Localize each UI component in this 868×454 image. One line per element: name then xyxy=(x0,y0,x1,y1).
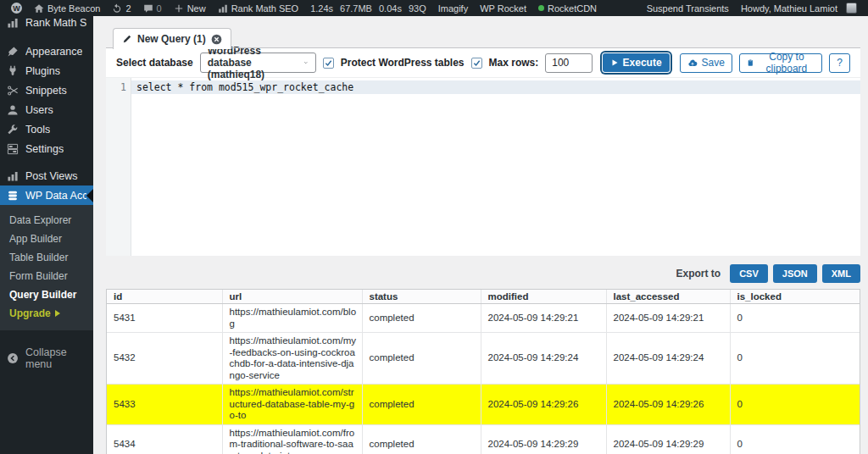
rocketcdn-label: RocketCDN xyxy=(548,3,597,14)
cell-modified[interactable]: 2024-05-09 14:29:21 xyxy=(481,304,606,333)
suspend-transients-link[interactable]: Suspend Transients xyxy=(641,0,735,16)
updates-link[interactable]: 2 xyxy=(106,0,136,16)
help-button[interactable]: ? xyxy=(829,53,850,73)
sidebar-item-rank-math-seo[interactable]: Rank Math SEO xyxy=(0,14,93,30)
tab-new-query[interactable]: New Query (1) xyxy=(113,28,231,49)
line-number: 1 xyxy=(106,80,126,94)
cell-status[interactable]: completed xyxy=(362,304,481,333)
my-account-link[interactable]: Howdy, Mathieu Lamiot xyxy=(735,0,863,16)
cell-status[interactable]: completed xyxy=(362,385,481,425)
sidebar-item-tools[interactable]: Tools xyxy=(0,119,93,139)
stat-query-time: 0.04s xyxy=(379,3,402,14)
new-content-link[interactable]: New xyxy=(168,0,212,16)
submenu-item-form-builder[interactable]: Form Builder xyxy=(0,267,93,285)
cell-is-locked[interactable]: 0 xyxy=(730,304,860,333)
sql-editor[interactable]: 1 select * from mod515_wpr_rocket_cache xyxy=(106,77,860,256)
plus-icon xyxy=(174,3,184,14)
new-label: New xyxy=(187,3,206,14)
cell-last-accessed[interactable]: 2024-05-09 14:29:21 xyxy=(606,304,730,333)
results-body: 5431https://mathieulamiot.com/blogcomple… xyxy=(107,304,860,454)
cell-is-locked[interactable]: 0 xyxy=(730,333,860,385)
toolbar-right-group: Max rows: 100 Execute Save Copy to c xyxy=(471,53,850,73)
collapse-menu-button[interactable]: Collapse menu xyxy=(0,340,93,376)
export-buttons: CSVJSONXML xyxy=(730,264,860,283)
rocketcdn-status-dot-icon xyxy=(538,5,544,11)
stat-time: 1.24s xyxy=(310,3,333,14)
sidebar-item-settings[interactable]: Settings xyxy=(0,139,93,158)
sidebar-item-wp-data-access[interactable]: WP Data Access xyxy=(0,185,93,205)
help-label: ? xyxy=(837,57,843,69)
cloud-upload-icon xyxy=(687,58,698,68)
editor-code-area[interactable]: select * from mod515_wpr_rocket_cache xyxy=(131,78,860,256)
copy-to-clipboard-button[interactable]: Copy to clipboard xyxy=(739,53,822,73)
wordpress-menu[interactable]: W xyxy=(5,0,28,16)
cell-modified[interactable]: 2024-05-09 14:29:26 xyxy=(481,385,606,425)
submenu-item-data-explorer[interactable]: Data Explorer xyxy=(0,211,93,230)
sidebar-item-post-views[interactable]: Post Views xyxy=(0,166,93,185)
imagify-link[interactable]: Imagify xyxy=(432,0,474,16)
cell-is-locked[interactable]: 0 xyxy=(730,385,860,425)
cell-url[interactable]: https://mathieulamiot.com/structured-dat… xyxy=(222,385,362,425)
table-row[interactable]: 5432https://mathieulamiot.com/my-feedbac… xyxy=(107,333,860,385)
cell-url[interactable]: https://mathieulamiot.com/my-feedbacks-o… xyxy=(222,333,362,385)
max-rows-checkbox[interactable] xyxy=(471,58,482,69)
query-monitor-stats[interactable]: 1.24s 67.7MB 0.04s 93Q xyxy=(304,3,432,14)
admin-sidebar: Rank Math SEO AppearancePluginsSnippetsU… xyxy=(0,16,93,454)
submenu-item-query-builder[interactable]: Query Builder xyxy=(0,285,93,304)
table-row[interactable]: 5433https://mathieulamiot.com/structured… xyxy=(107,385,860,425)
max-rows-input[interactable]: 100 xyxy=(545,53,592,73)
sidebar-item-plugins[interactable]: Plugins xyxy=(0,61,93,80)
collapse-menu-label: Collapse menu xyxy=(25,346,86,370)
cell-status[interactable]: completed xyxy=(362,424,481,454)
rank-math-link[interactable]: Rank Math SEO xyxy=(212,0,304,16)
export-csv-button[interactable]: CSV xyxy=(730,264,768,283)
submenu-item-upgrade[interactable]: Upgrade xyxy=(0,304,93,323)
export-json-button[interactable]: JSON xyxy=(773,264,817,283)
table-row[interactable]: 5431https://mathieulamiot.com/blogcomple… xyxy=(107,304,860,333)
wp-rocket-label: WP Rocket xyxy=(480,3,526,14)
submenu-item-label: Table Builder xyxy=(9,252,68,263)
export-row: Export to CSVJSONXML xyxy=(106,263,860,284)
sidebar-item-snippets[interactable]: Snippets xyxy=(0,80,93,100)
updates-count: 2 xyxy=(125,3,131,14)
submenu-item-label: Form Builder xyxy=(9,270,68,282)
site-name-link[interactable]: Byte Beacon xyxy=(28,0,106,16)
submenu-item-table-builder[interactable]: Table Builder xyxy=(0,248,93,267)
column-header-id: id xyxy=(107,290,222,304)
cell-modified[interactable]: 2024-05-09 14:29:24 xyxy=(481,333,606,385)
sidebar-item-users[interactable]: Users xyxy=(0,100,93,119)
protect-tables-label[interactable]: Protect WordPress tables xyxy=(341,57,465,69)
protect-tables-checkbox[interactable] xyxy=(323,58,334,69)
save-button[interactable]: Save xyxy=(680,53,732,73)
cell-last-accessed[interactable]: 2024-05-09 14:29:24 xyxy=(606,333,730,385)
export-xml-button[interactable]: XML xyxy=(822,264,860,283)
cell-url[interactable]: https://mathieulamiot.com/blog xyxy=(222,304,362,333)
tab-label: New Query (1) xyxy=(137,33,206,45)
rocketcdn-link[interactable]: RocketCDN xyxy=(532,0,603,16)
wp-rocket-link[interactable]: WP Rocket xyxy=(474,0,532,16)
submenu-item-label: Query Builder xyxy=(9,289,76,301)
cell-id[interactable]: 5431 xyxy=(107,304,222,333)
comments-link[interactable]: 0 xyxy=(137,0,168,16)
cell-id[interactable]: 5432 xyxy=(107,333,222,385)
database-select[interactable]: WordPress database (mathieq18) xyxy=(200,53,316,73)
cell-id[interactable]: 5434 xyxy=(107,424,222,454)
query-toolbar: Select database WordPress database (math… xyxy=(106,48,860,77)
cell-url[interactable]: https://mathieulamiot.com/from-tradition… xyxy=(222,424,362,454)
execute-button[interactable]: Execute xyxy=(602,53,670,73)
cell-id[interactable]: 5433 xyxy=(107,385,222,425)
submenu-item-app-builder[interactable]: App Builder xyxy=(0,230,93,248)
cell-status[interactable]: completed xyxy=(362,333,481,385)
database-icon xyxy=(7,190,19,202)
howdy-label: Howdy, Mathieu Lamiot xyxy=(741,3,837,14)
cell-is-locked[interactable]: 0 xyxy=(730,424,860,454)
cell-last-accessed[interactable]: 2024-05-09 14:29:29 xyxy=(606,424,730,454)
table-row[interactable]: 5434https://mathieulamiot.com/from-tradi… xyxy=(107,424,860,454)
cell-modified[interactable]: 2024-05-09 14:29:29 xyxy=(481,424,606,454)
cell-last-accessed[interactable]: 2024-05-09 14:29:26 xyxy=(606,385,730,425)
sql-query-line[interactable]: select * from mod515_wpr_rocket_cache xyxy=(131,80,860,94)
stat-memory: 67.7MB xyxy=(340,3,372,14)
tab-close-icon[interactable] xyxy=(211,34,222,45)
sidebar-item-appearance[interactable]: Appearance xyxy=(0,42,93,61)
max-rows-label[interactable]: Max rows: xyxy=(489,57,539,69)
